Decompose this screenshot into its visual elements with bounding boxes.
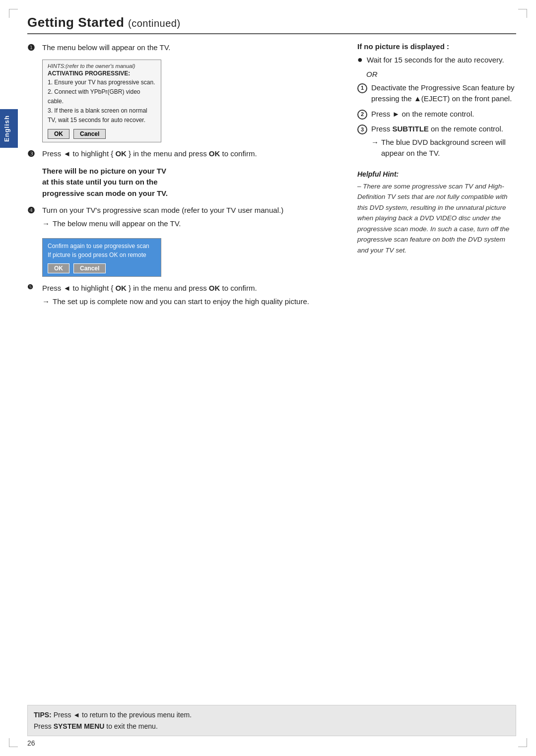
corner-mark-tl bbox=[9, 9, 18, 18]
step-10-arrow-text: The set up is complete now and you can s… bbox=[53, 296, 309, 308]
menu-items: 1. Ensure your TV has progressive scan. … bbox=[48, 78, 156, 126]
menu-cancel-button-1[interactable]: Cancel bbox=[73, 129, 106, 139]
right-step-3-arrow-text: The blue DVD background screen will appe… bbox=[381, 137, 516, 159]
confirm-text: Confirm again to use progressive scan If… bbox=[48, 242, 156, 259]
step-10-arrow: → The set up is complete now and you can… bbox=[42, 296, 337, 308]
confirm-line-2: If picture is good press OK on remote bbox=[48, 251, 156, 259]
step-8-number: ❸ bbox=[27, 149, 38, 159]
menu-item-3: 3. If there is a blank screen on normal … bbox=[48, 106, 156, 125]
step-8-text: Press ◄ to highlight { OK } in the menu … bbox=[42, 148, 337, 160]
menu-box-1-buttons: OK Cancel bbox=[48, 129, 156, 139]
helpful-hint-title: Helpful Hint: bbox=[357, 170, 516, 178]
right-section-title: If no picture is displayed : bbox=[357, 42, 516, 51]
step-10-text: Press ◄ to highlight { OK } in the menu … bbox=[42, 283, 337, 310]
page-number: 26 bbox=[27, 739, 35, 747]
step-10-number: ❺ bbox=[27, 283, 38, 291]
confirm-cancel-button[interactable]: Cancel bbox=[73, 263, 106, 273]
page-title-continued: (continued) bbox=[128, 18, 181, 29]
step-10-block: ❺ Press ◄ to highlight { OK } in the men… bbox=[27, 283, 337, 310]
corner-mark-bl bbox=[9, 738, 18, 747]
right-column: If no picture is displayed : ● Wait for … bbox=[357, 42, 516, 316]
right-step-3: 3 Press SUBTITLE on the remote control. … bbox=[357, 124, 516, 162]
sidebar-english-label: English bbox=[0, 109, 18, 148]
arrow-symbol-3: → bbox=[371, 137, 378, 159]
tips-bar: TIPS: Press ◄ to return to the previous … bbox=[27, 705, 516, 736]
confirm-box: Confirm again to use progressive scan If… bbox=[42, 238, 161, 277]
hints-title: HINTS:(refer to the owner's manual) bbox=[48, 63, 156, 69]
page-content: Getting Started (continued) ❶ The menu b… bbox=[27, 0, 516, 346]
right-step-1-text: Deactivate the Progressive Scan feature … bbox=[371, 82, 516, 105]
arrow-symbol-10: → bbox=[42, 296, 50, 308]
right-step-1: 1 Deactivate the Progressive Scan featur… bbox=[357, 82, 516, 105]
helpful-hint-text: – There are some progressive scan TV and… bbox=[357, 181, 516, 256]
step-7-text: The menu below will appear on the TV. bbox=[42, 42, 337, 54]
two-column-layout: ❶ The menu below will appear on the TV. … bbox=[27, 42, 516, 316]
step-7-number: ❶ bbox=[27, 43, 38, 53]
menu-ok-button-1[interactable]: OK bbox=[48, 129, 69, 139]
system-menu-bold: SYSTEM MENU bbox=[54, 722, 105, 730]
step-9-block: ❹ Turn on your TV's progressive scan mod… bbox=[27, 205, 337, 232]
step-9-text: Turn on your TV's progressive scan mode … bbox=[42, 205, 337, 232]
menu-item-2: 2. Connect with YPbPr(GBR) video cable. bbox=[48, 87, 156, 106]
left-column: ❶ The menu below will appear on the TV. … bbox=[27, 42, 337, 316]
step-10-ok-1: OK bbox=[115, 284, 127, 292]
confirm-line-1: Confirm again to use progressive scan bbox=[48, 242, 156, 251]
or-text: OR bbox=[366, 70, 516, 78]
right-step-3-circle: 3 bbox=[357, 125, 367, 134]
corner-mark-br bbox=[518, 738, 527, 747]
tips-line-2: Press SYSTEM MENU to exit the menu. bbox=[34, 722, 158, 730]
right-step-2-text: Press ► on the remote control. bbox=[371, 109, 474, 120]
step-7-block: ❶ The menu below will appear on the TV. bbox=[27, 42, 337, 54]
right-step-2: 2 Press ► on the remote control. bbox=[357, 109, 516, 120]
right-step-3-text: Press SUBTITLE on the remote control. → … bbox=[371, 124, 516, 162]
warning-text: There will be no picture on your TV at t… bbox=[42, 166, 337, 199]
menu-item-1: 1. Ensure your TV has progressive scan. bbox=[48, 78, 156, 87]
confirm-buttons: OK Cancel bbox=[48, 263, 156, 273]
step-8-block: ❸ Press ◄ to highlight { OK } in the men… bbox=[27, 148, 337, 160]
step-9-number: ❹ bbox=[27, 205, 38, 216]
corner-mark-tr bbox=[518, 9, 527, 18]
arrow-symbol-9: → bbox=[42, 218, 50, 230]
step-8-ok-2: OK bbox=[209, 149, 220, 158]
confirm-ok-button[interactable]: OK bbox=[48, 263, 69, 273]
menu-box-1: HINTS:(refer to the owner's manual) ACTI… bbox=[42, 60, 161, 143]
tips-bold-label: TIPS: bbox=[34, 711, 52, 719]
subtitle-bold: SUBTITLE bbox=[393, 125, 429, 133]
bullet-item-1: ● Wait for 15 seconds for the auto recov… bbox=[357, 55, 516, 66]
activating-title: ACTIVATING PROGRESSIVE: bbox=[48, 70, 156, 77]
right-step-3-arrow: → The blue DVD background screen will ap… bbox=[371, 137, 516, 159]
step-10-ok-2: OK bbox=[209, 284, 220, 292]
step-8-ok-1: OK bbox=[115, 149, 127, 158]
bullet-text-1: Wait for 15 seconds for the auto recover… bbox=[367, 55, 504, 66]
bullet-dot-1: ● bbox=[357, 55, 363, 65]
page-title: Getting Started (continued) bbox=[27, 15, 516, 34]
right-step-2-circle: 2 bbox=[357, 110, 367, 120]
right-step-1-circle: 1 bbox=[357, 83, 367, 93]
step-9-arrow: → The below menu will appear on the TV. bbox=[42, 218, 337, 230]
step-9-arrow-text: The below menu will appear on the TV. bbox=[53, 218, 181, 230]
